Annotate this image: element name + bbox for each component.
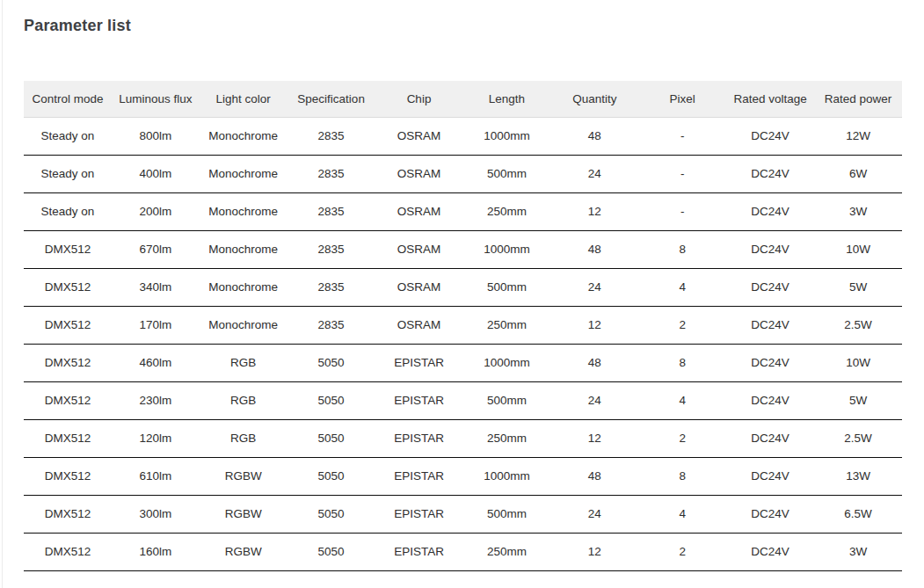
table-cell: 8 <box>638 457 726 495</box>
table-cell: 5W <box>814 381 902 419</box>
table-cell: 5050 <box>287 495 375 533</box>
page: Parameter list Control modeLuminous flux… <box>0 0 924 588</box>
header-cell: Length <box>462 81 550 117</box>
table-cell: 48 <box>550 230 638 268</box>
table-cell: 2835 <box>287 306 375 344</box>
table-cell: DC24V <box>726 495 814 533</box>
table-cell: 5050 <box>287 457 375 495</box>
table-cell: 250mm <box>462 419 550 457</box>
table-cell: 250mm <box>462 192 550 230</box>
header-cell: Light color <box>200 81 287 117</box>
table-cell: DMX512 <box>24 457 112 495</box>
table-cell: 8 <box>638 230 726 268</box>
parameter-table-header: Control modeLuminous fluxLight colorSpec… <box>24 81 902 117</box>
table-row: DMX512340lmMonochrome2835OSRAM500mm244DC… <box>24 268 902 306</box>
table-cell: - <box>638 117 726 155</box>
table-cell: 12 <box>550 306 638 344</box>
table-cell: 24 <box>550 381 638 419</box>
parameter-table: Control modeLuminous fluxLight colorSpec… <box>24 81 902 571</box>
table-cell: DC24V <box>726 155 814 192</box>
table-cell: 250mm <box>462 533 550 570</box>
table-cell: 3W <box>814 533 902 570</box>
table-cell: 8 <box>638 344 726 381</box>
table-cell: 500mm <box>462 268 550 306</box>
table-cell: 2 <box>638 533 726 570</box>
table-cell: 1000mm <box>462 457 550 495</box>
table-row: DMX512670lmMonochrome2835OSRAM1000mm488D… <box>24 230 902 268</box>
table-cell: EPISTAR <box>375 495 463 533</box>
table-row: Steady on800lmMonochrome2835OSRAM1000mm4… <box>24 117 902 155</box>
table-cell: - <box>638 192 726 230</box>
header-cell: Rated voltage <box>726 81 814 117</box>
table-cell: 13W <box>814 457 902 495</box>
table-cell: OSRAM <box>375 117 463 155</box>
table-cell: EPISTAR <box>375 381 463 419</box>
table-cell: 670lm <box>112 230 200 268</box>
table-cell: Steady on <box>24 155 112 192</box>
page-title: Parameter list <box>24 15 131 36</box>
table-cell: 500mm <box>462 155 550 192</box>
table-cell: OSRAM <box>375 230 463 268</box>
table-cell: 4 <box>638 268 726 306</box>
table-cell: Steady on <box>24 192 112 230</box>
table-cell: 1000mm <box>462 230 550 268</box>
table-cell: Monochrome <box>200 117 287 155</box>
table-cell: DC24V <box>726 344 814 381</box>
table-cell: OSRAM <box>375 306 463 344</box>
table-cell: 3W <box>814 192 902 230</box>
table-cell: 460lm <box>112 344 200 381</box>
page-edge-divider <box>2 0 3 588</box>
table-cell: 6.5W <box>814 495 902 533</box>
table-cell: Monochrome <box>200 230 287 268</box>
table-cell: DMX512 <box>24 533 112 570</box>
table-cell: 48 <box>550 117 638 155</box>
table-cell: 2835 <box>287 268 375 306</box>
table-cell: DC24V <box>726 117 814 155</box>
table-cell: 300lm <box>112 495 200 533</box>
table-cell: DC24V <box>726 533 814 570</box>
table-cell: Monochrome <box>200 155 287 192</box>
header-cell: Specification <box>287 81 375 117</box>
table-cell: DC24V <box>726 457 814 495</box>
table-cell: DC24V <box>726 268 814 306</box>
table-cell: EPISTAR <box>375 533 463 570</box>
table-row: DMX512160lmRGBW5050EPISTAR250mm122DC24V3… <box>24 533 902 570</box>
table-cell: RGB <box>200 381 287 419</box>
table-row: DMX512120lmRGB5050EPISTAR250mm122DC24V2.… <box>24 419 902 457</box>
table-cell: DMX512 <box>24 381 112 419</box>
table-cell: 2835 <box>287 117 375 155</box>
table-row: DMX512230lmRGB5050EPISTAR500mm244DC24V5W <box>24 381 902 419</box>
header-cell: Pixel <box>638 81 726 117</box>
table-cell: EPISTAR <box>375 457 463 495</box>
table-cell: DC24V <box>726 419 814 457</box>
table-cell: 24 <box>550 268 638 306</box>
table-cell: 800lm <box>112 117 200 155</box>
table-cell: EPISTAR <box>375 419 463 457</box>
table-cell: 5W <box>814 268 902 306</box>
table-cell: - <box>638 155 726 192</box>
table-cell: 4 <box>638 381 726 419</box>
table-cell: 400lm <box>112 155 200 192</box>
table-cell: DC24V <box>726 306 814 344</box>
table-row: DMX512610lmRGBW5050EPISTAR1000mm488DC24V… <box>24 457 902 495</box>
table-cell: RGBW <box>200 457 287 495</box>
table-cell: 5050 <box>287 419 375 457</box>
table-cell: 48 <box>550 344 638 381</box>
table-cell: 5050 <box>287 344 375 381</box>
table-cell: 200lm <box>112 192 200 230</box>
table-cell: 12 <box>550 533 638 570</box>
table-cell: 1000mm <box>462 117 550 155</box>
table-cell: 48 <box>550 457 638 495</box>
table-cell: DC24V <box>726 230 814 268</box>
table-cell: 500mm <box>462 381 550 419</box>
table-cell: 24 <box>550 155 638 192</box>
table-cell: 10W <box>814 344 902 381</box>
table-cell: 160lm <box>112 533 200 570</box>
table-cell: 12 <box>550 419 638 457</box>
table-cell: RGB <box>200 419 287 457</box>
table-cell: 1000mm <box>462 344 550 381</box>
table-cell: 2.5W <box>814 306 902 344</box>
table-cell: 2835 <box>287 192 375 230</box>
table-cell: DMX512 <box>24 419 112 457</box>
table-cell: Monochrome <box>200 306 287 344</box>
